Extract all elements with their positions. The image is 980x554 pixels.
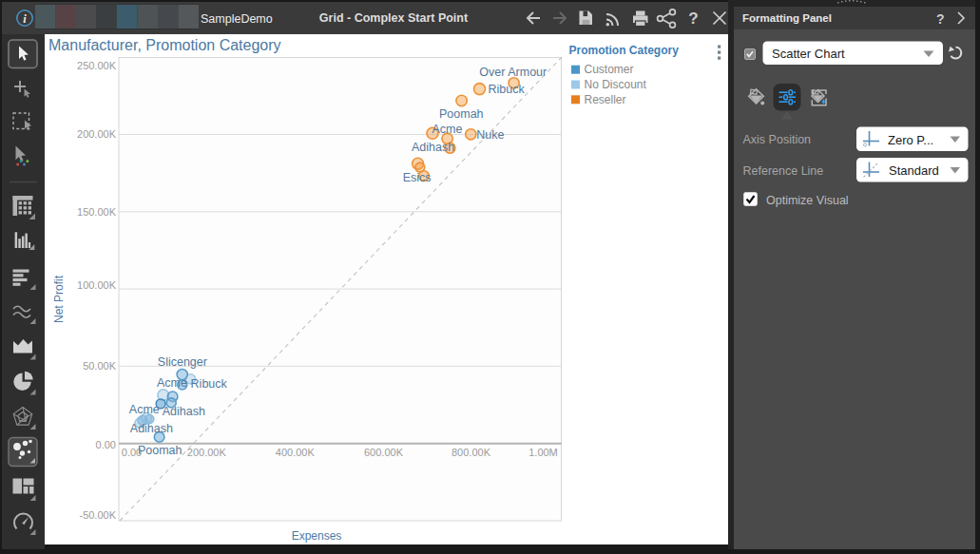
svg-text:Over Armour: Over Armour <box>479 66 547 79</box>
svg-text:0.00: 0.00 <box>96 439 116 450</box>
svg-text:Reseller: Reseller <box>585 93 626 106</box>
svg-text:Slicenger: Slicenger <box>158 355 207 369</box>
svg-text:Poomah: Poomah <box>138 444 183 457</box>
svg-text:50.00K: 50.00K <box>83 360 117 372</box>
svg-text:400.00K: 400.00K <box>276 447 316 458</box>
svg-text:Axis Position: Axis Position <box>743 133 812 146</box>
svg-text:Adihash: Adihash <box>163 405 205 418</box>
svg-text:Ribuck: Ribuck <box>488 83 525 96</box>
svg-text:150.00K: 150.00K <box>77 206 117 218</box>
svg-text:Customer: Customer <box>585 63 634 76</box>
svg-text:No Discount: No Discount <box>585 78 647 91</box>
svg-text:200.00K: 200.00K <box>187 447 227 458</box>
svg-text:1.00M: 1.00M <box>528 447 558 458</box>
svg-text:Esics: Esics <box>403 171 432 184</box>
svg-text:Acme: Acme <box>157 376 187 390</box>
svg-text:Standard: Standard <box>889 163 939 178</box>
svg-text:Adihash: Adihash <box>130 422 173 435</box>
svg-text:100.00K: 100.00K <box>77 279 117 291</box>
svg-text:Reference Line: Reference Line <box>743 164 824 178</box>
svg-text:Zero P...: Zero P... <box>888 133 933 147</box>
svg-text:Acme: Acme <box>432 123 462 136</box>
svg-text:Promotion Category: Promotion Category <box>569 44 680 57</box>
svg-text:Acme: Acme <box>129 403 160 416</box>
svg-text:Nuke: Nuke <box>476 128 504 142</box>
svg-text:Formatting Panel: Formatting Panel <box>742 12 832 24</box>
svg-text:?: ? <box>936 11 945 27</box>
svg-text:Poomah: Poomah <box>439 107 484 121</box>
svg-text:Net Profit: Net Profit <box>52 275 66 323</box>
svg-text:Expenses: Expenses <box>292 529 342 543</box>
svg-text:Ribuck: Ribuck <box>191 377 228 391</box>
svg-text:Adihash: Adihash <box>412 141 454 154</box>
svg-text:?: ? <box>688 10 698 28</box>
svg-text:SampleDemo: SampleDemo <box>201 12 273 26</box>
svg-text:200.00K: 200.00K <box>77 128 117 140</box>
svg-text:600.00K: 600.00K <box>364 447 404 458</box>
svg-text:Scatter Chart: Scatter Chart <box>772 47 845 61</box>
svg-text:Optimize Visual: Optimize Visual <box>766 194 849 207</box>
svg-text:-50.00K: -50.00K <box>79 509 116 521</box>
svg-text:Manufacturer, Promotion Catego: Manufacturer, Promotion Category <box>48 37 281 53</box>
svg-text:i: i <box>23 12 27 26</box>
svg-text:800.00K: 800.00K <box>452 447 491 458</box>
svg-text:Grid - Complex Start Point: Grid - Complex Start Point <box>319 11 469 25</box>
svg-text:250.00K: 250.00K <box>77 60 117 71</box>
